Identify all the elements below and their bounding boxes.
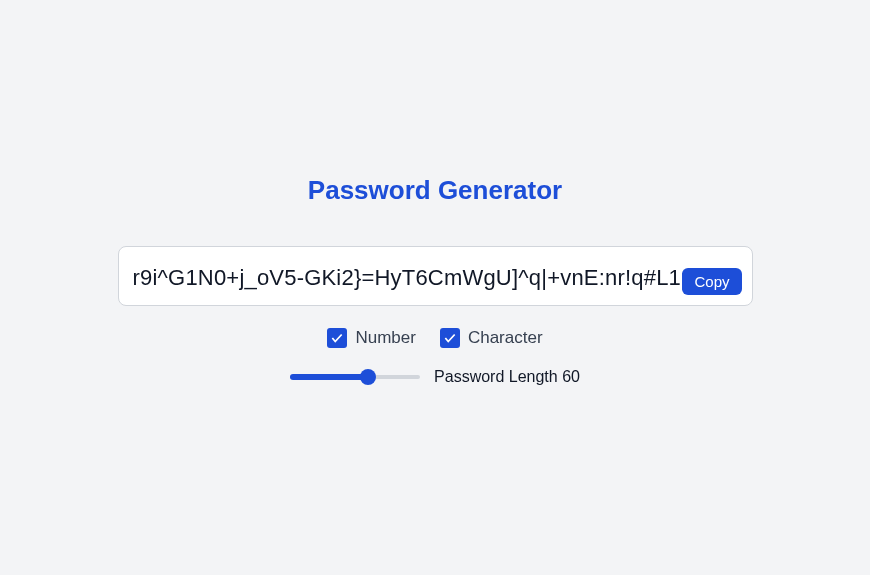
slider-track-fill [290, 374, 368, 380]
number-checkbox[interactable] [327, 328, 347, 348]
check-icon [330, 331, 344, 345]
check-icon [443, 331, 457, 345]
number-checkbox-label[interactable]: Number [355, 328, 415, 348]
password-generator-container: Password Generator r9i^G1N0+j_oV5-GKi2}=… [118, 175, 753, 386]
length-label: Password Length 60 [434, 368, 580, 386]
character-checkbox[interactable] [440, 328, 460, 348]
copy-button[interactable]: Copy [682, 268, 741, 295]
character-option: Character [440, 328, 543, 348]
options-row: Number Character [327, 328, 542, 348]
page-title: Password Generator [308, 175, 562, 206]
length-slider-row: Password Length 60 [290, 368, 580, 386]
character-checkbox-label[interactable]: Character [468, 328, 543, 348]
generated-password: r9i^G1N0+j_oV5-GKi2}=HyT6CmWgU]^q|+vnE:n… [133, 265, 738, 291]
slider-thumb [360, 369, 376, 385]
number-option: Number [327, 328, 415, 348]
length-slider[interactable] [290, 368, 420, 386]
password-output-box: r9i^G1N0+j_oV5-GKi2}=HyT6CmWgU]^q|+vnE:n… [118, 246, 753, 306]
